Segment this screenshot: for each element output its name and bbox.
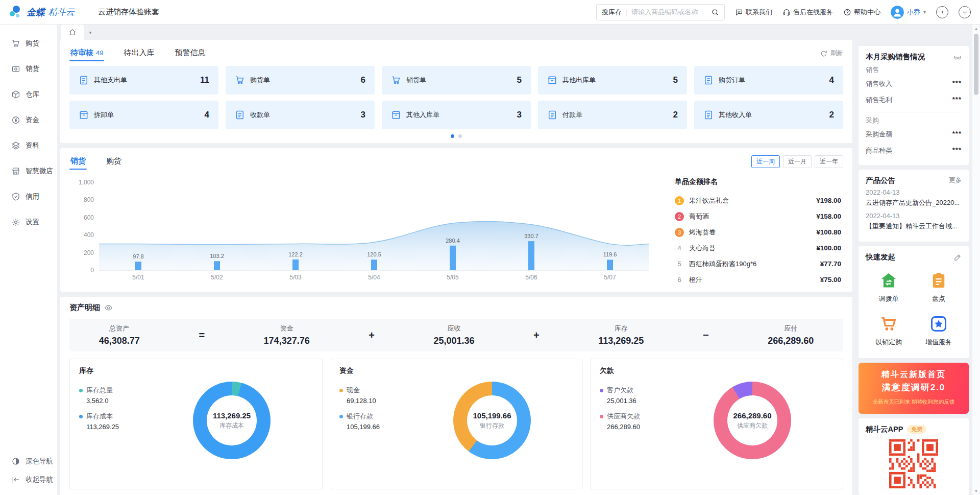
- tile-label: 其他支出单: [94, 76, 195, 85]
- inventory-searchbox[interactable]: 搜库存 |: [596, 4, 725, 20]
- search-scope-label[interactable]: 搜库存: [602, 8, 622, 17]
- sidebar-item-purchase[interactable]: 购货: [0, 31, 57, 56]
- carousel-dot-1[interactable]: [451, 134, 454, 138]
- tile-other-income[interactable]: 其他收入单 2: [694, 101, 843, 129]
- tab-purchase[interactable]: 购货: [105, 152, 122, 171]
- tab-pending-inout[interactable]: 待出入库: [122, 44, 155, 63]
- tile-count: 2: [673, 110, 678, 120]
- sidebar-item-dark-nav[interactable]: 深色导航: [0, 452, 57, 470]
- tile-disassembly[interactable]: 拆卸单 4: [69, 101, 218, 129]
- tile-receipt-bill[interactable]: 收款单 3: [226, 101, 375, 129]
- avatar: [891, 6, 904, 19]
- sidebar-item-funds[interactable]: 资金: [0, 107, 57, 133]
- ranking-row[interactable]: 4 夹心海苔 ¥100.00: [675, 240, 841, 256]
- range-month-button[interactable]: 近一月: [783, 155, 812, 168]
- tile-other-outbound[interactable]: 其他出库单 5: [538, 66, 687, 95]
- sidebar-item-credit[interactable]: 信用: [0, 184, 57, 209]
- quick-actions-grid: 调拨单 盘点 以销定购 增值服务: [866, 265, 962, 352]
- ranking-row[interactable]: 2 葡萄酒 ¥158.00: [675, 208, 841, 224]
- svg-text:5/03: 5/03: [289, 274, 302, 281]
- ranking-item-amount: ¥100.80: [816, 228, 841, 236]
- sidebar-item-collapse-nav[interactable]: 收起导航: [0, 470, 57, 489]
- announcement-item[interactable]: 2022-04-13 云进销存产品更新公告_20220...: [866, 188, 962, 207]
- announcement-text: 云进销存产品更新公告_20220...: [866, 198, 962, 207]
- item-ranking: 单品金额排名 1 果汁饮品礼盒 ¥198.00 2 葡萄酒 ¥158.00: [675, 174, 843, 288]
- scroll-thumb[interactable]: [974, 34, 978, 95]
- quick-action-sell-to-order[interactable]: 以销定购: [866, 315, 912, 347]
- survey-banner[interactable]: 精斗云新版首页 满意度调研2.0 全新首页已到来 期待收到您的反馈: [859, 363, 969, 414]
- user-menu[interactable]: 小乔 ▾: [891, 6, 926, 19]
- inventory-donut-chart: 113,269.25 库存成本: [193, 382, 271, 459]
- search-icon[interactable]: [711, 8, 719, 16]
- formula-label: 应收: [433, 324, 474, 333]
- assets-detail-card: 资产明细 总资产 46,308.77 = 资金 174,327.76 +: [60, 297, 852, 495]
- svg-text:400: 400: [84, 231, 94, 239]
- tile-purchase-order[interactable]: 购货订单 4: [694, 66, 843, 95]
- sidebar-item-data[interactable]: 资料: [0, 133, 57, 158]
- pending-tabs: 待审核 49 待出入库 预警信息 刷新: [69, 44, 843, 63]
- quick-action-stocktake[interactable]: 盘点: [916, 271, 962, 303]
- vertical-scrollbar[interactable]: ▲ ▼: [972, 25, 980, 495]
- legend-dot: [79, 415, 83, 418]
- ranking-row[interactable]: 3 烤海苔卷 ¥100.80: [675, 224, 841, 240]
- app-root: 金蝶 精斗云 云进销存体验账套 搜库存 | 联系我们 售后在线服务 帮助中心: [0, 0, 980, 495]
- eye-icon[interactable]: [104, 303, 113, 312]
- tile-other-inbound[interactable]: 其他入库单 3: [382, 101, 531, 129]
- announcement-item[interactable]: 2022-04-13 【重要通知】精斗云工作台域...: [866, 212, 962, 231]
- silver-medal-icon: 2: [675, 212, 684, 221]
- help-center-link[interactable]: 帮助中心: [843, 8, 880, 17]
- range-year-button[interactable]: 近一年: [815, 155, 843, 168]
- legend-dot: [600, 389, 603, 392]
- sidebar-item-microstore[interactable]: 智慧微店: [0, 158, 57, 184]
- contrast-icon: [11, 457, 20, 466]
- legend-value: 69,128.10: [339, 397, 411, 405]
- ranking-item-amount: ¥198.00: [816, 197, 841, 204]
- home-tab[interactable]: [61, 25, 84, 40]
- ranking-row[interactable]: 1 果汁饮品礼盒 ¥198.00: [675, 193, 841, 208]
- after-sales-service-link[interactable]: 售后在线服务: [782, 8, 833, 17]
- ranking-item-amount: ¥100.00: [816, 244, 841, 252]
- glasses-icon[interactable]: [953, 53, 962, 61]
- sidebar-item-sales[interactable]: 销货: [0, 56, 57, 82]
- formula-operator: +: [533, 329, 540, 341]
- ranking-row[interactable]: 6 橙汁 ¥75.00: [675, 272, 841, 288]
- gear-icon: [11, 218, 20, 227]
- tab-dropdown-caret[interactable]: ▾: [85, 25, 96, 40]
- user-name: 小乔: [907, 8, 920, 17]
- tab-alerts[interactable]: 预警信息: [174, 44, 206, 63]
- quick-action-transfer[interactable]: 调拨单: [866, 271, 912, 303]
- logo-text-light: 精斗云: [48, 6, 75, 18]
- sidebar-item-settings[interactable]: 设置: [0, 209, 57, 235]
- panel-legend: 库存总量 3,562.0 库存成本 113,269.25: [79, 382, 151, 459]
- ranking-row[interactable]: 5 西红柿鸡蛋粉酱190g*6 ¥77.70: [675, 256, 841, 272]
- contact-us-link[interactable]: 联系我们: [735, 8, 772, 17]
- refresh-button[interactable]: 刷新: [820, 49, 843, 58]
- tile-sales-bill[interactable]: 销货单 5: [382, 66, 531, 95]
- tab-pending-approval[interactable]: 待审核 49: [69, 44, 104, 63]
- search-input[interactable]: [631, 8, 711, 16]
- assets-panels: 库存 库存总量 3,562.0 库存成本 113,269.25: [69, 359, 843, 489]
- panel-title: 库存: [79, 366, 313, 375]
- tab-sales[interactable]: 销货: [69, 152, 87, 171]
- back-circle-icon[interactable]: [936, 6, 948, 18]
- pencil-icon[interactable]: [953, 253, 962, 262]
- scroll-down-arrow[interactable]: ▼: [972, 487, 980, 495]
- debts-panel: 欠款 客户欠款 25,001.36 供应商欠款 266,289.60: [590, 359, 843, 489]
- quick-action-value-added[interactable]: 增值服务: [916, 315, 962, 347]
- scroll-up-arrow[interactable]: ▲: [972, 25, 980, 33]
- tile-count: 6: [361, 75, 365, 85]
- tile-payment-bill[interactable]: 付款单 2: [538, 101, 687, 129]
- collapse-icon: [11, 475, 20, 484]
- carousel-dot-2[interactable]: [458, 134, 462, 138]
- tile-purchase-bill[interactable]: 购货单 6: [226, 66, 375, 95]
- legend-item: 供应商欠款 266,289.60: [600, 412, 671, 431]
- announcements-more-link[interactable]: 更多: [949, 176, 962, 185]
- quick-action-label: 增值服务: [925, 338, 952, 347]
- quick-actions-title: 快速发起: [866, 252, 895, 262]
- range-week-button[interactable]: 近一周: [751, 155, 780, 168]
- feedback-smiley-icon[interactable]: [959, 6, 971, 18]
- sidebar-item-warehouse[interactable]: 仓库: [0, 82, 57, 107]
- app-logo[interactable]: 金蝶 精斗云: [9, 5, 75, 19]
- tile-other-expense[interactable]: 其他支出单 11: [69, 66, 218, 95]
- svg-text:330.7: 330.7: [524, 233, 538, 239]
